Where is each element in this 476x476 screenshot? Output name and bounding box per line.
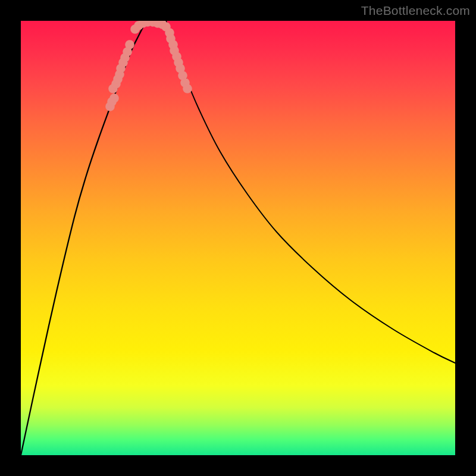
- data-dot: [183, 84, 192, 93]
- watermark-label: TheBottleneck.com: [361, 4, 470, 18]
- left-curve: [21, 21, 146, 455]
- chart-stage: TheBottleneck.com: [0, 0, 476, 476]
- right-curve: [166, 21, 455, 363]
- dot-cluster: [105, 21, 192, 111]
- plot-area: [21, 21, 455, 455]
- data-dot: [125, 40, 134, 49]
- curve-layer: [21, 21, 455, 455]
- data-dot: [109, 93, 119, 103]
